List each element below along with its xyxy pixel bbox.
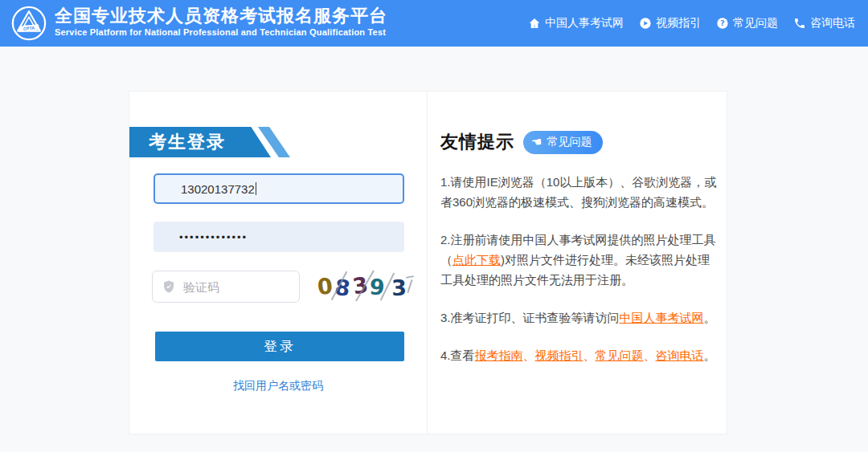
login-card: 考生登录 13020137732 ••••••••••••• 08393 <box>129 91 727 434</box>
tip-item: 3.准考证打印、证书查验等请访问中国人事考试网。 <box>440 307 717 328</box>
faq-button-label: 常见问题 <box>547 135 592 149</box>
tip-text: 。 <box>704 348 716 362</box>
tips-list: 1.请使用IE浏览器（10以上版本）、谷歌浏览器，或者360浏览器的极速模式、搜… <box>440 172 717 383</box>
username-value: 13020137732 <box>181 182 255 196</box>
tips-panel: 友情提示 ☚ 常见问题 1.请使用IE浏览器（10以上版本）、谷歌浏览器，或者3… <box>427 92 727 434</box>
tip-link[interactable]: 咨询电话 <box>656 348 704 362</box>
nav-item-label: 咨询电话 <box>810 16 855 31</box>
tip-link[interactable]: 常见问题 <box>596 348 644 362</box>
username-input[interactable]: 13020137732 <box>154 173 404 204</box>
play-circle-icon <box>639 17 652 30</box>
svg-text:?: ? <box>720 18 724 27</box>
password-input[interactable]: ••••••••••••• <box>154 222 404 252</box>
site-title-block: 全国专业技术人员资格考试报名服务平台 Service Platform for … <box>55 5 387 37</box>
login-panel-title: 考生登录 <box>149 127 226 157</box>
tip-link[interactable]: 报考指南 <box>475 348 523 362</box>
tip-link[interactable]: 点此下载 <box>452 253 501 267</box>
site-subtitle: Service Platform for National Profession… <box>55 27 387 37</box>
tips-header: 友情提示 ☚ 常见问题 <box>440 130 603 154</box>
tip-link[interactable]: 视频指引 <box>535 348 583 362</box>
tip-item: 4.查看报考指南、视频指引、常见问题、咨询电话。 <box>440 345 717 365</box>
forgot-credentials-link[interactable]: 找回用户名或密码 <box>129 379 427 393</box>
login-panel: 考生登录 13020137732 ••••••••••••• 08393 <box>129 92 427 434</box>
nav-item-2[interactable]: ?常见问题 <box>716 16 778 31</box>
header-bar: CPTA 全国专业技术人员资格考试报名服务平台 Service Platform… <box>0 0 868 47</box>
login-panel-banner: 考生登录 <box>129 127 290 157</box>
pointing-hand-icon: ☚ <box>530 136 542 149</box>
tip-link[interactable]: 中国人事考试网 <box>620 311 704 324</box>
home-icon <box>528 17 541 30</box>
tip-text: 、 <box>523 348 535 362</box>
login-button[interactable]: 登录 <box>155 332 404 361</box>
tip-item: 1.请使用IE浏览器（10以上版本）、谷歌浏览器，或者360浏览器的极速模式、搜… <box>440 172 717 212</box>
tip-text: 3.准考证打印、证书查验等请访问 <box>440 311 620 324</box>
tip-text: 4.查看 <box>440 348 475 362</box>
tip-text: 。 <box>704 311 716 324</box>
captcha-noise-line <box>406 275 414 279</box>
nav-item-label: 中国人事考试网 <box>545 16 624 31</box>
password-masked-value: ••••••••••••• <box>179 231 248 243</box>
text-caret <box>256 182 256 195</box>
captcha-input-wrap <box>152 271 300 303</box>
nav-item-1[interactable]: 视频指引 <box>639 16 701 31</box>
tip-text: 1.请使用IE浏览器（10以上版本）、谷歌浏览器，或者360浏览器的极速模式、搜… <box>440 175 716 209</box>
captcha-image[interactable]: 08393 <box>316 269 416 303</box>
captcha-digit: 3 <box>350 268 371 304</box>
question-circle-icon: ? <box>716 17 729 30</box>
tip-item: 2.注册前请使用中国人事考试网提供的照片处理工具（点此下载)对照片文件进行处理。… <box>440 230 717 290</box>
captcha-digit: 8 <box>333 271 352 306</box>
tips-title: 友情提示 <box>440 130 514 154</box>
phone-icon <box>793 17 806 30</box>
site-title: 全国专业技术人员资格考试报名服务平台 <box>55 5 387 26</box>
nav-item-label: 常见问题 <box>733 16 778 31</box>
shield-icon <box>162 279 176 294</box>
nav-item-0[interactable]: 中国人事考试网 <box>528 16 624 31</box>
nav-item-label: 视频指引 <box>656 16 701 31</box>
faq-button[interactable]: ☚ 常见问题 <box>523 131 603 154</box>
captcha-noise-line <box>407 279 412 293</box>
nav-item-3[interactable]: 咨询电话 <box>793 16 855 31</box>
header-nav: 中国人事考试网视频指引?常见问题咨询电话 <box>528 0 855 47</box>
tip-text: 、 <box>644 348 656 362</box>
cpta-logo-icon: CPTA <box>10 5 47 42</box>
tip-text: 、 <box>583 348 596 362</box>
